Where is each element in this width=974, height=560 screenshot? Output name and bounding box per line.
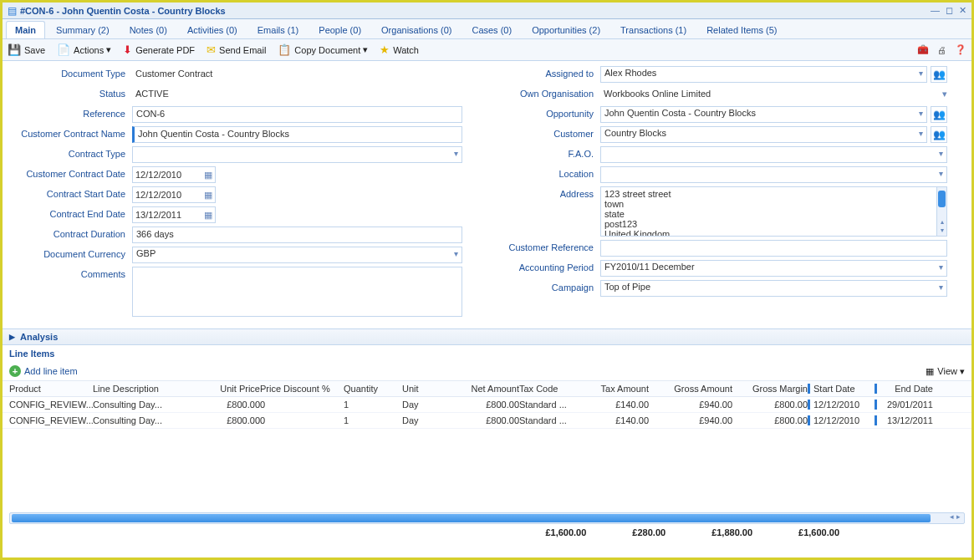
view-button[interactable]: ▦View▾	[926, 366, 965, 377]
label: Contract Start Date	[11, 186, 132, 199]
analysis-section-toggle[interactable]: ▶ Analysis	[3, 328, 971, 345]
calendar-icon[interactable]: ▦	[204, 170, 212, 181]
tab-summary[interactable]: Summary (2)	[47, 21, 119, 38]
file-icon: 📄	[57, 43, 70, 56]
calendar-icon[interactable]: ▦	[204, 190, 212, 201]
label: Document Currency	[11, 247, 132, 259]
line-items-grid: Product Line Description Unit Price Pric…	[3, 381, 971, 512]
table-row[interactable]: CONFIG_REVIEW... Consulting Day... £800.…	[3, 413, 971, 429]
tab-cases[interactable]: Cases (0)	[462, 21, 521, 38]
col-discount[interactable]: Price Discount %	[260, 384, 344, 394]
label: Campaign	[479, 280, 600, 293]
grid-icon: ▦	[926, 366, 934, 377]
close-icon[interactable]: ✕	[959, 5, 966, 15]
calendar-icon[interactable]: ▦	[204, 210, 212, 221]
cell: Day	[402, 415, 452, 425]
campaign-select[interactable]: Top of Pipe	[600, 280, 947, 297]
cell: 0	[260, 415, 344, 425]
assigned-to-select[interactable]: Alex Rhodes	[600, 66, 927, 83]
customer-select[interactable]: Country Blocks	[600, 126, 927, 143]
cell: Standard ...	[519, 400, 582, 410]
comments-textarea[interactable]	[132, 267, 462, 317]
save-icon: 💾	[8, 43, 21, 56]
maximize-icon[interactable]: ◻	[946, 5, 953, 15]
lookup-icon[interactable]: 👥	[931, 106, 947, 123]
col-tax-code[interactable]: Tax Code	[519, 384, 582, 394]
chevron-down-icon[interactable]: ▾	[942, 89, 947, 99]
toolbox-icon[interactable]: 🧰	[917, 44, 929, 55]
customer-reference-input[interactable]	[600, 240, 947, 257]
send-email-button[interactable]: ✉Send Email	[207, 43, 266, 56]
tab-main[interactable]: Main	[6, 21, 45, 38]
cell: £800.00	[732, 415, 808, 425]
cell: Consulting Day...	[93, 400, 201, 410]
label: Customer Reference	[479, 240, 600, 252]
tab-organisations[interactable]: Organisations (0)	[372, 21, 461, 38]
line-items-header: Line Items	[3, 345, 971, 362]
address-line: 123 street street	[604, 189, 935, 199]
add-line-item-button[interactable]: +Add line item	[9, 365, 78, 377]
lookup-icon[interactable]: 👥	[931, 126, 947, 143]
label: Document Type	[11, 66, 132, 79]
col-unit[interactable]: Unit	[402, 384, 452, 394]
horizontal-scrollbar[interactable]: ◂ ▸	[9, 512, 965, 524]
tab-transactions[interactable]: Transactions (1)	[611, 21, 696, 38]
cell: Day	[402, 400, 452, 410]
contract-duration-input[interactable]: 366 days	[132, 227, 462, 243]
col-tax-amount[interactable]: Tax Amount	[582, 384, 649, 394]
own-organisation-value: Workbooks Online Limited	[600, 86, 936, 101]
tab-opportunities[interactable]: Opportunities (2)	[523, 21, 609, 38]
address-textarea[interactable]: 123 street street town state post123 Uni…	[600, 186, 947, 237]
actions-button[interactable]: 📄Actions▾	[57, 43, 111, 56]
contract-start-date-input[interactable]: 12/12/2010▦	[132, 186, 216, 203]
reference-input[interactable]: CON-6	[132, 106, 462, 123]
col-product[interactable]: Product	[9, 384, 93, 394]
col-unit-price[interactable]: Unit Price	[201, 384, 260, 394]
total-tax: £280.00	[632, 527, 711, 537]
tab-people[interactable]: People (0)	[309, 21, 370, 38]
col-end-date[interactable]: End Date	[875, 384, 933, 394]
watch-button[interactable]: ★Watch	[380, 43, 419, 56]
col-gross-margin[interactable]: Gross Margin	[732, 384, 808, 394]
col-quantity[interactable]: Quantity	[344, 384, 402, 394]
location-select[interactable]	[600, 166, 947, 183]
fao-select[interactable]	[600, 146, 947, 163]
cell: £800.00	[201, 415, 260, 425]
label: Address	[479, 186, 600, 199]
pdf-label: Generate PDF	[135, 45, 195, 55]
scrollbar[interactable]: ▴▾	[936, 187, 946, 236]
cell: £800.00	[452, 415, 519, 425]
contract-end-date-input[interactable]: 13/12/2011▦	[132, 206, 216, 223]
save-label: Save	[24, 45, 45, 55]
copy-label: Copy Document	[294, 45, 360, 55]
save-button[interactable]: 💾Save	[8, 43, 45, 56]
accounting-period-select[interactable]: FY2010/11 December	[600, 260, 947, 277]
copy-document-button[interactable]: 📋Copy Document▾	[278, 43, 368, 56]
col-desc[interactable]: Line Description	[93, 384, 201, 394]
tab-notes[interactable]: Notes (0)	[120, 21, 176, 38]
col-gross[interactable]: Gross Amount	[649, 384, 732, 394]
col-start-date[interactable]: Start Date	[808, 384, 875, 394]
document-currency-select[interactable]: GBP	[132, 247, 462, 263]
tab-emails[interactable]: Emails (1)	[248, 21, 309, 38]
table-row[interactable]: CONFIG_REVIEW... Consulting Day... £800.…	[3, 397, 971, 413]
analysis-label: Analysis	[20, 332, 58, 342]
minimize-icon[interactable]: —	[931, 5, 940, 15]
contract-name-input[interactable]: John Quentin Costa - Country Blocks	[132, 126, 462, 143]
window-title: #CON-6 - John Quentin Costa - Country Bl…	[20, 6, 927, 16]
tab-related-items[interactable]: Related Items (5)	[697, 21, 786, 38]
generate-pdf-button[interactable]: ⬇Generate PDF	[123, 43, 195, 56]
tab-activities[interactable]: Activities (0)	[178, 21, 247, 38]
customer-contract-date-input[interactable]: 12/12/2010▦	[132, 166, 216, 183]
cell: £800.00	[452, 400, 519, 410]
date-value: 12/12/2010	[135, 170, 181, 180]
help-icon[interactable]: ❓	[955, 44, 966, 55]
label: Accounting Period	[479, 260, 600, 272]
opportunity-select[interactable]: John Quentin Costa - Country Blocks	[600, 106, 927, 123]
cell: Standard ...	[519, 415, 582, 425]
label: Contract Type	[11, 146, 132, 159]
col-net[interactable]: Net Amount	[452, 384, 519, 394]
contract-type-select[interactable]	[132, 146, 462, 163]
print-icon[interactable]: 🖨	[937, 45, 946, 55]
lookup-icon[interactable]: 👥	[931, 66, 947, 83]
